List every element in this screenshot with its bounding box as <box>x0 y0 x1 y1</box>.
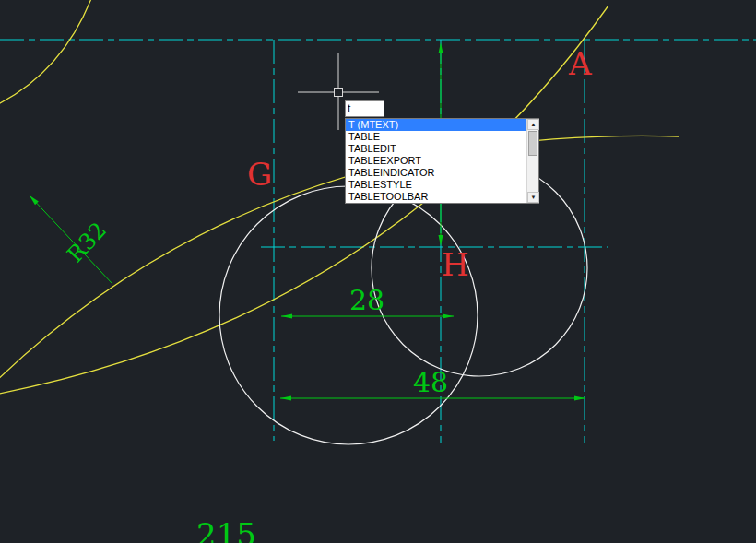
dim-28-text[interactable]: 28 <box>349 284 384 316</box>
label-h[interactable]: H <box>442 246 469 283</box>
command-input[interactable] <box>345 100 384 117</box>
dim-48-text[interactable]: 48 <box>413 366 448 398</box>
drawing-layer <box>0 0 756 543</box>
autocomplete-item[interactable]: TABLE <box>346 131 526 143</box>
cad-canvas[interactable]: A G H R32 28 48 215 T (MTEXT)TABLETABLED… <box>0 0 756 543</box>
autocomplete-item[interactable]: TABLEDIT <box>346 143 526 155</box>
dim-48-arrow-right-icon <box>574 396 585 401</box>
scrollbar-up-icon: ▲ <box>531 122 537 127</box>
autocomplete-list: T (MTEXT)TABLETABLEDITTABLEEXPORTTABLEIN… <box>346 119 526 203</box>
dim-28-arrow-left-icon <box>281 314 292 319</box>
scrollbar-down-icon: ▼ <box>531 195 537 200</box>
pickbox <box>335 89 343 97</box>
scrollbar-up-button[interactable]: ▲ <box>527 119 539 130</box>
vertical-dim-arrow-up-icon <box>439 42 443 53</box>
scrollbar-thumb[interactable] <box>528 131 537 156</box>
vertical-dim-arrow-down-icon <box>439 235 443 246</box>
label-g[interactable]: G <box>247 156 272 193</box>
autocomplete-item[interactable]: TABLEINDICATOR <box>346 167 526 179</box>
autocomplete-item[interactable]: TABLETOOLBAR <box>346 191 526 203</box>
dim-28-arrow-right-icon <box>443 314 454 319</box>
scrollbar[interactable]: ▲ ▼ <box>526 119 538 203</box>
autocomplete-item[interactable]: T (MTEXT) <box>346 119 526 131</box>
label-a[interactable]: A <box>569 45 592 82</box>
dim-215-text[interactable]: 215 <box>196 516 256 543</box>
circle-left[interactable] <box>219 186 478 444</box>
autocomplete-dropdown: T (MTEXT)TABLETABLEDITTABLEEXPORTTABLEIN… <box>345 118 539 204</box>
autocomplete-item[interactable]: TABLEEXPORT <box>346 155 526 167</box>
arc-top-left[interactable] <box>0 0 92 105</box>
curve-through-g[interactable] <box>0 136 679 383</box>
dim-48-arrow-left-icon <box>280 396 291 401</box>
autocomplete-item[interactable]: TABLESTYLE <box>346 179 526 191</box>
scrollbar-down-button[interactable]: ▼ <box>527 192 539 203</box>
